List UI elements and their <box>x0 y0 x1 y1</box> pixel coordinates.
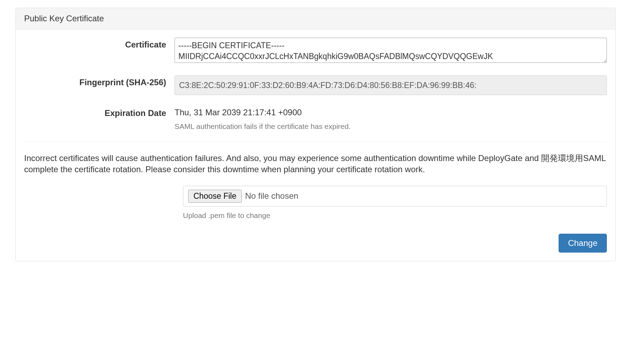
fingerprint-input <box>175 75 607 95</box>
file-input-box[interactable]: Choose File No file chosen <box>183 186 607 206</box>
panel-title: Public Key Certificate <box>16 8 615 29</box>
file-status-text: No file chosen <box>245 191 298 201</box>
fingerprint-label: Fingerprint (SHA-256) <box>24 75 175 95</box>
file-upload-wrap: Choose File No file chosen Upload .pem f… <box>183 186 607 220</box>
certificate-row: Certificate <box>24 38 607 64</box>
certificate-textarea[interactable] <box>175 38 607 63</box>
expiration-help: SAML authentication fails if the certifi… <box>175 122 607 131</box>
panel-body: Certificate Fingerprint (SHA-256) Expira… <box>16 29 615 261</box>
choose-file-button[interactable]: Choose File <box>188 190 242 203</box>
certificate-panel: Public Key Certificate Certificate Finge… <box>15 8 616 261</box>
file-upload-spacer <box>24 186 183 220</box>
certificate-control <box>175 38 607 64</box>
file-upload-row: Choose File No file chosen Upload .pem f… <box>24 186 607 220</box>
expiration-control: Thu, 31 Mar 2039 21:17:41 +0900 SAML aut… <box>175 106 607 131</box>
change-button[interactable]: Change <box>559 234 607 253</box>
file-upload-help: Upload .pem file to change <box>183 211 607 220</box>
certificate-label: Certificate <box>24 38 175 64</box>
expiration-label: Expiration Date <box>24 106 175 131</box>
expiration-value: Thu, 31 Mar 2039 21:17:41 +0900 <box>175 106 607 117</box>
fingerprint-control <box>175 75 607 95</box>
fingerprint-row: Fingerprint (SHA-256) <box>24 75 607 95</box>
rotation-warning: Incorrect certificates will cause authen… <box>24 153 607 175</box>
expiration-row: Expiration Date Thu, 31 Mar 2039 21:17:4… <box>24 106 607 131</box>
action-row: Change <box>24 234 607 253</box>
divider <box>24 142 607 142</box>
